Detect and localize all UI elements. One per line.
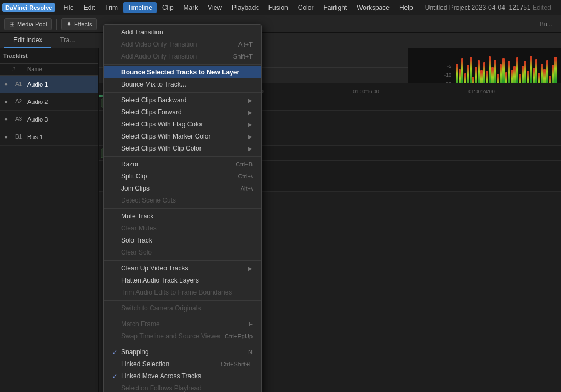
toolbar-sep-1 [56,19,57,30]
menu-fairlight[interactable]: Fairlight [319,2,351,13]
submenu-arrow-icon: ▶ [248,266,253,272]
menu-item-5-0[interactable]: Clean Up Video Tracks▶ [104,262,261,274]
menu-item-4-1: Clear Mutes [104,222,261,234]
menu-item-2-1[interactable]: Select Clips Forward▶ [104,106,261,118]
check-icon: ✓ [112,373,120,380]
menu-clip[interactable]: Clip [158,2,178,13]
menu-timeline[interactable]: Timeline [123,2,157,13]
menu-item-4-2[interactable]: Solo Track [104,234,261,246]
check-icon: ✓ [112,349,120,356]
menu-item-8-2[interactable]: ✓Linked Move Across Tracks [104,370,261,382]
menu-item-label: Detect Scene Cuts [121,197,176,204]
menu-trim[interactable]: Trim [100,2,122,13]
track-eye-a3[interactable]: ● [2,116,10,123]
track-eye-b1[interactable]: ● [2,133,10,141]
menu-item-label: Selection Follows Playhead [121,384,202,392]
track-eye-a1[interactable]: ● [2,80,10,88]
menu-item-6-0: Switch to Camera Originals [104,302,261,314]
track-num-b1: B1 [12,134,25,140]
menu-item-1-1[interactable]: Bounce Mix to Track... [104,78,261,90]
track-num-a3: A3 [12,116,25,122]
menu-item-3-1[interactable]: Split ClipCtrl+\ [104,170,261,182]
menu-item-label: Linked Move Across Tracks [121,372,201,380]
menu-item-label: Select Clips With Clip Color [121,145,202,152]
menu-item-label: Clean Up Video Tracks [121,264,188,272]
menu-help[interactable]: Help [395,2,417,13]
tab-tra[interactable]: Tra... [51,33,84,48]
shortcut-label: N [248,349,253,355]
grid-icon: ⊞ [9,20,15,28]
menu-item-label: Razor [121,160,139,168]
menu-item-2-4[interactable]: Select Clips With Clip Color▶ [104,142,261,154]
menu-divider-6 [104,300,261,301]
menu-item-8-0[interactable]: ✓SnappingN [104,346,261,358]
track-name-a2: Audio 2 [27,99,96,105]
menu-item-1-0[interactable]: Bounce Selected Tracks to New Layer [104,66,261,78]
shortcut-label: F [249,321,253,327]
shortcut-label: Ctrl+PgUp [225,333,253,339]
col-hash-header: # [12,66,25,72]
tab-bar: Edit Index Tra... [0,33,561,48]
menu-item-4-3: Clear Solo [104,246,261,258]
track-row-a1[interactable]: ● A1 Audio 1 [0,76,98,93]
menu-item-label: Select Clips Backward [121,96,186,104]
menu-item-label: Select Clips Forward [121,108,182,116]
tab-edit-index[interactable]: Edit Index [4,33,51,48]
menu-item-2-0[interactable]: Select Clips Backward▶ [104,94,261,106]
menu-item-8-1[interactable]: Linked SelectionCtrl+Shift+L [104,358,261,370]
menu-item-7-0: Match FrameF [104,318,261,330]
tracklist-header: Tracklist [0,48,98,64]
menu-workspace[interactable]: Workspace [352,2,394,13]
menu-view[interactable]: View [203,2,226,13]
menu-item-label: Swap Timeline and Source Viewer [121,332,221,340]
menu-fusion[interactable]: Fusion [264,2,293,13]
menu-item-label: Linked Selection [121,360,169,368]
track-row-b1[interactable]: ● B1 Bus 1 [0,128,98,146]
menu-item-label: Select Clips With Flag Color [121,120,203,128]
effects-icon: ✦ [66,20,72,28]
menu-color[interactable]: Color [294,2,318,13]
effects-btn[interactable]: ✦ Effects [61,18,97,30]
shortcut-label: Ctrl+\ [238,173,253,180]
menu-item-0-2: Add Audio Only TransitionShift+T [104,50,261,62]
submenu-arrow-icon: ▶ [248,134,253,140]
menu-playback[interactable]: Playback [227,2,263,13]
timeline-dropdown-menu: Add TransitionAdd Video Only TransitionA… [103,24,262,392]
track-row-a2[interactable]: ● A2 Audio 2 [0,93,98,111]
track-eye-a2[interactable]: ● [2,98,10,106]
tracklist-panel: Tracklist # Name ● A1 Audio 1 ● A2 Audio… [0,48,99,392]
menu-item-0-1: Add Video Only TransitionAlt+T [104,38,261,50]
shortcut-label: Shift+T [233,53,253,60]
tracklist-col-headers: # Name [0,64,98,76]
track-row-a3[interactable]: ● A3 Audio 3 [0,111,98,128]
track-num-a2: A2 [12,99,25,105]
menu-item-label: Bounce Mix to Track... [121,80,186,88]
track-num-a1: A1 [12,81,25,87]
menu-item-3-0[interactable]: RazorCtrl+B [104,158,261,170]
menu-item-2-2[interactable]: Select Clips With Flag Color▶ [104,118,261,130]
menu-item-5-1[interactable]: Flatten Audio Track Layers [104,274,261,286]
menu-item-2-3[interactable]: Select Clips With Marker Color▶ [104,130,261,142]
menu-item-label: Add Transition [121,28,163,36]
submenu-arrow-icon: ▶ [248,122,253,128]
menu-item-label: Clear Mutes [121,224,157,232]
shortcut-label: Ctrl+B [236,161,253,168]
ruler-mark-3: 01:00:16:00 [353,89,379,94]
menu-item-5-2: Trim Audio Edits to Frame Boundaries [104,286,261,298]
media-pool-btn[interactable]: ⊞ Media Pool [4,18,52,30]
menu-mark[interactable]: Mark [179,2,203,13]
main-layout: Tracklist # Name ● A1 Audio 1 ● A2 Audio… [0,48,561,392]
menu-bar: DaVinci Resolve File Edit Trim Timeline … [0,0,561,15]
menu-divider-5 [104,260,261,261]
toolbar: ⊞ Media Pool ✦ Effects Bu... [0,15,561,33]
menu-edit[interactable]: Edit [79,2,100,13]
submenu-arrow-icon: ▶ [248,146,253,152]
menu-item-0-0[interactable]: Add Transition [104,26,261,38]
menu-item-3-3: Detect Scene Cuts [104,194,261,206]
track-name-b1: Bus 1 [27,134,96,140]
menu-item-4-0[interactable]: Mute Track [104,210,261,222]
menu-file[interactable]: File [59,2,78,13]
submenu-arrow-icon: ▶ [248,97,253,103]
menu-divider-2 [104,92,261,93]
menu-item-3-2[interactable]: Join ClipsAlt+\ [104,182,261,194]
